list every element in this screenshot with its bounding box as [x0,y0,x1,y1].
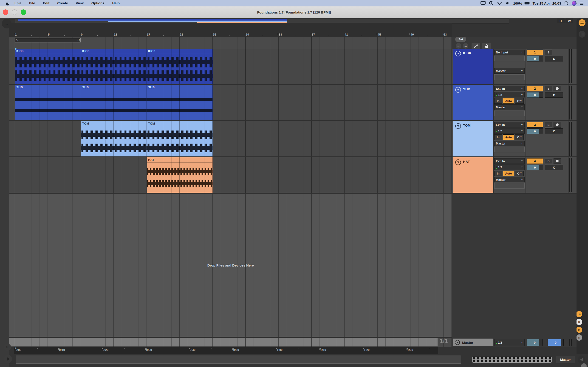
solo-button[interactable]: S [545,122,552,127]
pan-field[interactable]: C [545,128,563,134]
input-channel-select[interactable]: 1/2▼ [494,165,525,170]
jump-next-arrow-icon[interactable]: → [463,43,468,49]
unfold-track-icon[interactable] [455,123,461,129]
pan-field[interactable]: C [545,56,563,61]
loop-brace[interactable]: ▷ ◁ [15,38,81,42]
show-returns-toggle[interactable]: R [576,319,582,325]
selected-track-label[interactable]: Master [556,356,575,363]
monitor-in-button[interactable]: In [494,171,502,176]
spotlight-search-icon[interactable] [563,1,569,6]
monitor-off-button[interactable]: Off [515,134,524,140]
loop-start-marker[interactable]: ▷ [16,39,18,42]
menu-live[interactable]: Live [10,0,25,6]
audio-clip-kick[interactable]: KICK [15,49,81,84]
track-activator-button[interactable]: 2 [527,86,543,91]
loop-end-marker[interactable]: ◁ [78,39,80,42]
volume-icon[interactable] [505,1,511,6]
output-select[interactable]: Master▼ [494,104,525,110]
audio-clip-sub[interactable]: SUB [81,85,147,120]
close-window-button[interactable] [3,9,8,15]
unfold-track-icon[interactable] [455,87,461,93]
audio-clip-sub[interactable]: SUB [147,85,213,120]
input-channel-select[interactable]: 1/2▼ [494,128,525,134]
input-type-select[interactable]: Ext. In▼ [494,158,525,164]
master-track-header[interactable]: Master [453,339,493,346]
track-title-block[interactable]: SUB [453,85,493,120]
track-title-block[interactable]: KICK [453,49,493,84]
arm-record-button[interactable] [553,122,561,127]
airplay-icon[interactable] [480,1,486,6]
minimize-window-button[interactable] [12,9,17,15]
audio-clip-kick[interactable]: KICK [147,49,213,84]
track-activator-button[interactable]: 4 [527,158,543,164]
master-output-select[interactable]: 1/2▼ [494,339,525,346]
playhead-marker[interactable] [15,48,17,50]
master-time-signature[interactable]: 1/1 [437,338,451,345]
audio-clip-tom[interactable]: TOM [81,121,147,156]
solo-button[interactable]: S [545,158,552,164]
time-ruler-seconds[interactable]: 0:000:100:200:300:400:501:001:101:201:30 [14,347,438,354]
show-io-toggle[interactable]: I·O [576,311,582,317]
arm-record-button[interactable] [553,86,561,91]
unfold-track-icon[interactable] [455,51,461,56]
monitor-in-button[interactable]: In [494,98,502,104]
unfold-track-icon[interactable] [455,159,461,165]
overview-toggle-icon[interactable] [579,19,586,26]
input-channel-select[interactable]: 1/2▼ [494,92,525,98]
time-machine-icon[interactable] [488,1,494,6]
master-pan-field[interactable]: 0 [548,339,564,346]
track-title-block[interactable]: HAT [453,157,493,193]
show-delay-toggle[interactable]: D [576,334,582,341]
wifi-icon[interactable] [497,1,502,6]
menu-create[interactable]: Create [53,0,72,6]
volume-field[interactable]: 0 [527,165,543,170]
monitor-off-button[interactable]: Off [515,171,524,176]
solo-button[interactable]: S [545,86,552,91]
input-type-select[interactable]: No Input▼ [494,50,525,55]
show-mixer-toggle[interactable]: M [576,327,582,333]
show-detail-arrow-icon[interactable] [578,356,586,363]
automation-mode-icon[interactable] [472,43,480,49]
volume-field[interactable]: 0 [527,128,543,134]
loop-set-button[interactable]: Set [455,37,466,42]
monitor-in-button[interactable]: In [494,134,502,140]
audio-clip-sub[interactable]: SUB [15,85,81,120]
solo-button[interactable]: S [545,50,552,55]
menu-view[interactable]: View [72,0,87,6]
monitor-off-button[interactable]: Off [515,98,524,104]
zoom-window-button[interactable] [21,9,26,15]
menu-options[interactable]: Options [87,0,108,6]
audio-clip-hat[interactable]: HAT [147,157,213,193]
monitor-auto-button[interactable]: Auto [503,171,514,176]
optimize-height-button[interactable]: H [557,18,565,23]
preview-waveform[interactable] [471,356,553,364]
pan-field[interactable]: C [545,165,563,170]
jump-prev-arrow-icon[interactable]: ← [456,43,461,49]
menu-edit[interactable]: Edit [39,0,53,6]
control-center-icon[interactable] [579,1,585,6]
menu-file[interactable]: File [25,0,39,6]
master-fold-play-icon[interactable] [455,340,460,345]
input-type-select[interactable]: Ext. In▼ [494,86,525,91]
arm-record-button[interactable] [553,158,561,164]
siri-icon[interactable] [572,1,577,6]
monitor-auto-button[interactable]: Auto [503,98,514,104]
audio-clip-tom[interactable]: TOM [147,121,213,156]
lock-envelopes-icon[interactable] [482,43,491,49]
time-ruler-mode-icon[interactable]: ≈ [4,344,11,351]
pan-field[interactable]: C [545,92,563,98]
apple-menu-icon[interactable] [5,1,10,6]
monitor-auto-button[interactable]: Auto [503,134,514,140]
output-select[interactable]: Master▼ [494,68,525,74]
output-select[interactable]: Master▼ [494,141,525,146]
track-activator-button[interactable]: 1 [527,50,543,55]
unfold-detail-view-icon[interactable] [4,355,12,363]
detail-view-strip[interactable] [16,356,461,364]
beat-time-ruler[interactable]: 1591317212529333741454953 [9,23,452,37]
output-select[interactable]: Master▼ [494,177,525,182]
menubar-time[interactable]: 20:03 [552,1,561,5]
menu-help[interactable]: Help [108,0,124,6]
volume-field[interactable]: 0 [527,92,543,98]
input-type-select[interactable]: Ext. In▼ [494,122,525,127]
track-lanes-toggle-icon[interactable] [579,31,586,38]
